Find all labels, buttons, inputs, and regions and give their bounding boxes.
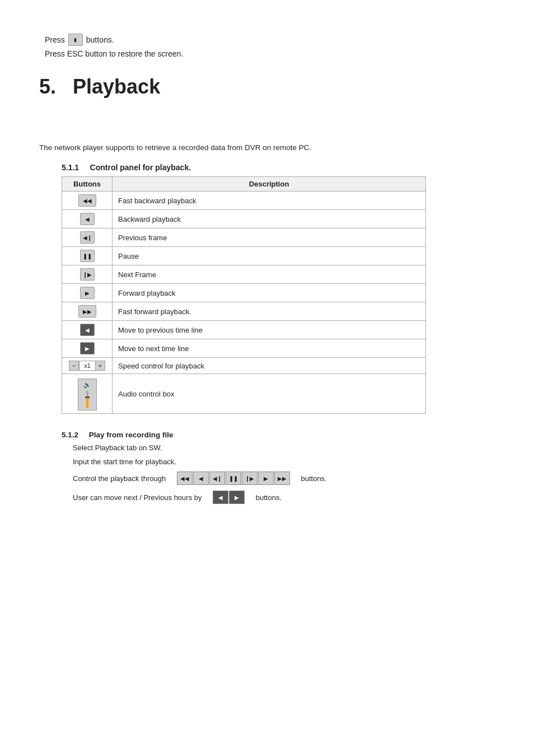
- prev-frame-icon[interactable]: ◀❙: [80, 231, 95, 244]
- desc-fast-backward: Fast backward playback: [113, 192, 426, 210]
- audio-slider[interactable]: [86, 391, 88, 408]
- backward-icon[interactable]: ◀: [80, 213, 95, 225]
- speed-value: x1: [79, 361, 96, 370]
- table-row: ❙▶ Next Frame: [62, 265, 426, 284]
- play-step-4-text: User can move next / Previous hours by: [73, 493, 202, 502]
- desc-fast-forward: Fast forward playback.: [113, 302, 426, 321]
- forward-icon[interactable]: ▶: [80, 287, 95, 299]
- subsection-511-name: Control panel for playback.: [90, 163, 191, 172]
- section-description: The network player supports to retrieve …: [39, 143, 495, 152]
- section-number: 5.: [39, 75, 56, 98]
- speed-plus[interactable]: +: [96, 361, 105, 370]
- table-row: ◀ Move to previous time line: [62, 321, 426, 339]
- table-row: ◀❙ Previous frame: [62, 228, 426, 247]
- play-step-1: Select Playback tab on SW.: [73, 444, 495, 452]
- table-row: − x1 + Speed control for playback: [62, 358, 426, 374]
- play-step-2-text: Input the start time for playback.: [73, 458, 176, 466]
- intro-item-1-end: buttons.: [86, 35, 114, 44]
- desc-prev-time: Move to previous time line: [113, 321, 426, 339]
- col-buttons: Buttons: [62, 177, 113, 192]
- desc-backward: Backward playback: [113, 210, 426, 228]
- intro-button-icon: ▮: [68, 34, 83, 46]
- play-step-3: Control the playback through ◀◀ ◀ ◀❙ ❚❚ …: [73, 472, 495, 485]
- btn-pause-cell: ❚❚: [62, 247, 113, 265]
- audio-slider-handle: [85, 396, 90, 398]
- intro-item-1-text: Press: [45, 35, 65, 44]
- prev-next-buttons: ◀ ▶: [213, 491, 245, 504]
- col-description: Description: [113, 177, 426, 192]
- audio-slider-fill: [86, 398, 88, 408]
- subsection-512-title: 5.1.2 Play from recording file: [62, 431, 495, 439]
- play-section: 5.1.2 Play from recording file Select Pl…: [62, 431, 495, 504]
- prev-time-icon[interactable]: ◀: [80, 324, 95, 336]
- ctrl-pause[interactable]: ❚❚: [226, 472, 241, 485]
- desc-prev-frame: Previous frame: [113, 228, 426, 247]
- desc-audio: Audio control box: [113, 374, 426, 414]
- play-step-3-suffix: buttons.: [301, 474, 326, 483]
- next-time-icon[interactable]: ▶: [80, 342, 95, 354]
- ctrl-fast-backward[interactable]: ◀◀: [177, 472, 193, 485]
- play-step-2: Input the start time for playback.: [73, 458, 495, 466]
- play-step-3-text: Control the playback through: [73, 474, 166, 483]
- ctrl-next-frame[interactable]: ❙▶: [242, 472, 257, 485]
- ctrl-prev-frame[interactable]: ◀❙: [209, 472, 225, 485]
- btn-backward-cell: ◀: [62, 210, 113, 228]
- subsection-511-label: 5.1.1: [62, 163, 79, 172]
- btn-forward-cell: ▶: [62, 284, 113, 302]
- btn-next-time-cell: ▶: [62, 339, 113, 358]
- section-title: 5. Playback: [39, 75, 495, 99]
- subsection-512-name: Play from recording file: [89, 431, 174, 439]
- btn-prev-frame-cell: ◀❙: [62, 228, 113, 247]
- control-table: Buttons Description ◀◀ Fast backward pla…: [62, 176, 426, 414]
- desc-forward: Forward playback: [113, 284, 426, 302]
- table-row: 🔈 Audio control box: [62, 374, 426, 414]
- next-frame-icon[interactable]: ❙▶: [80, 268, 95, 281]
- pause-icon[interactable]: ❚❚: [80, 250, 95, 262]
- desc-speed: Speed control for playback: [113, 358, 426, 374]
- ctrl-backward[interactable]: ◀: [193, 472, 209, 485]
- play-steps-list: Select Playback tab on SW. Input the sta…: [62, 444, 495, 504]
- fast-forward-icon[interactable]: ▶▶: [78, 305, 96, 318]
- intro-item-2: Press ESC button to restore the screen.: [45, 49, 495, 58]
- speed-minus[interactable]: −: [69, 361, 79, 370]
- btn-speed-cell: − x1 +: [62, 358, 113, 374]
- playback-control-buttons: ◀◀ ◀ ◀❙ ❚❚ ❙▶ ▶ ▶▶: [177, 472, 290, 485]
- intro-item-1: Press ▮ Press buttons. buttons.: [45, 34, 495, 46]
- desc-pause: Pause: [113, 247, 426, 265]
- speed-control[interactable]: − x1 +: [69, 361, 106, 371]
- subsection-511-title: 5.1.1 Control panel for playback.: [62, 163, 495, 172]
- ctrl-forward[interactable]: ▶: [258, 472, 274, 485]
- next-hour-btn[interactable]: ▶: [229, 491, 245, 504]
- btn-audio-cell: 🔈: [62, 374, 113, 414]
- subsection-512-label: 5.1.2: [62, 431, 78, 439]
- play-step-4-suffix: buttons.: [256, 493, 282, 502]
- table-row: ▶ Forward playback: [62, 284, 426, 302]
- btn-next-frame-cell: ❙▶: [62, 265, 113, 284]
- intro-item-2-text: Press ESC button to restore the screen.: [45, 49, 183, 58]
- play-step-4: User can move next / Previous hours by ◀…: [73, 491, 495, 504]
- ctrl-fast-forward[interactable]: ▶▶: [274, 472, 290, 485]
- audio-control-box[interactable]: 🔈: [78, 379, 97, 410]
- btn-prev-time-cell: ◀: [62, 321, 113, 339]
- table-row: ❚❚ Pause: [62, 247, 426, 265]
- intro-list: Press ▮ Press buttons. buttons. Press ES…: [39, 34, 495, 58]
- section-name: Playback: [73, 75, 160, 98]
- audio-speaker-icon: 🔈: [83, 381, 91, 389]
- play-step-1-text: Select Playback tab on SW.: [73, 444, 162, 452]
- fast-backward-icon[interactable]: ◀◀: [78, 194, 96, 207]
- table-row: ◀ Backward playback: [62, 210, 426, 228]
- desc-next-frame: Next Frame: [113, 265, 426, 284]
- table-row: ◀◀ Fast backward playback: [62, 192, 426, 210]
- btn-fast-backward-cell: ◀◀: [62, 192, 113, 210]
- table-row: ▶▶ Fast forward playback.: [62, 302, 426, 321]
- prev-hour-btn[interactable]: ◀: [213, 491, 228, 504]
- btn-fast-forward-cell: ▶▶: [62, 302, 113, 321]
- desc-next-time: Move to next time line: [113, 339, 426, 358]
- table-row: ▶ Move to next time line: [62, 339, 426, 358]
